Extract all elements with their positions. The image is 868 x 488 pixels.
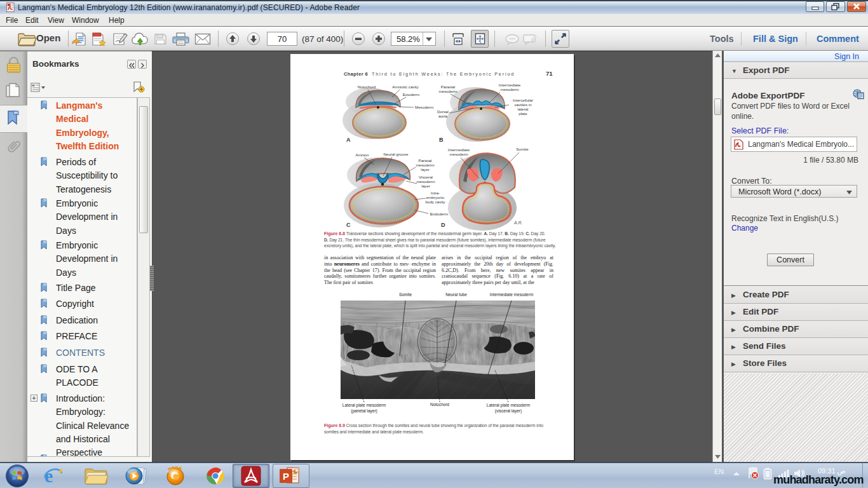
svg-text:cavities in: cavities in bbox=[514, 102, 532, 107]
svg-text:Dorsal: Dorsal bbox=[437, 109, 449, 114]
svg-text:aorta: aorta bbox=[438, 114, 448, 118]
svg-text:body cavity: body cavity bbox=[426, 200, 446, 204]
svg-text:C: C bbox=[346, 222, 351, 228]
svg-text:layer: layer bbox=[421, 167, 429, 172]
svg-text:Intercellular: Intercellular bbox=[513, 98, 533, 102]
svg-text:lateral: lateral bbox=[518, 107, 529, 111]
svg-text:mesoderm: mesoderm bbox=[416, 179, 435, 184]
svg-text:Intermediate: Intermediate bbox=[448, 147, 470, 152]
svg-text:Visceral: Visceral bbox=[419, 175, 433, 179]
svg-text:Notochord: Notochord bbox=[358, 85, 376, 89]
svg-text:Paraxial: Paraxial bbox=[441, 85, 455, 89]
svg-text:mesoderm: mesoderm bbox=[416, 163, 434, 167]
svg-text:P: P bbox=[283, 471, 289, 482]
svg-text:layer: layer bbox=[421, 184, 430, 188]
svg-text:mesoderm: mesoderm bbox=[449, 152, 468, 156]
svg-text:mesoderm: mesoderm bbox=[438, 89, 457, 93]
svg-text:embryonic: embryonic bbox=[426, 195, 445, 200]
svg-text:Parietal: Parietal bbox=[419, 158, 432, 163]
svg-text:mesoderm: mesoderm bbox=[500, 87, 519, 92]
svg-text:A: A bbox=[346, 137, 351, 143]
svg-text:Somite: Somite bbox=[516, 147, 529, 151]
svg-text:Intra-: Intra- bbox=[431, 191, 440, 195]
svg-text:Amnion: Amnion bbox=[356, 152, 370, 157]
svg-text:Endoderm: Endoderm bbox=[430, 212, 449, 216]
svg-text:Mesoderm: Mesoderm bbox=[415, 105, 433, 109]
svg-text:A.R.: A.R. bbox=[513, 220, 523, 225]
svg-text:B: B bbox=[439, 137, 444, 143]
svg-text:Amniotic cavity: Amniotic cavity bbox=[392, 85, 419, 89]
svg-text:Neural groove: Neural groove bbox=[384, 152, 409, 156]
svg-text:plate: plate bbox=[519, 111, 527, 116]
svg-text:Ectoderm: Ectoderm bbox=[403, 92, 419, 97]
svg-text:D: D bbox=[441, 222, 445, 228]
svg-text:Intermediate: Intermediate bbox=[499, 83, 521, 87]
